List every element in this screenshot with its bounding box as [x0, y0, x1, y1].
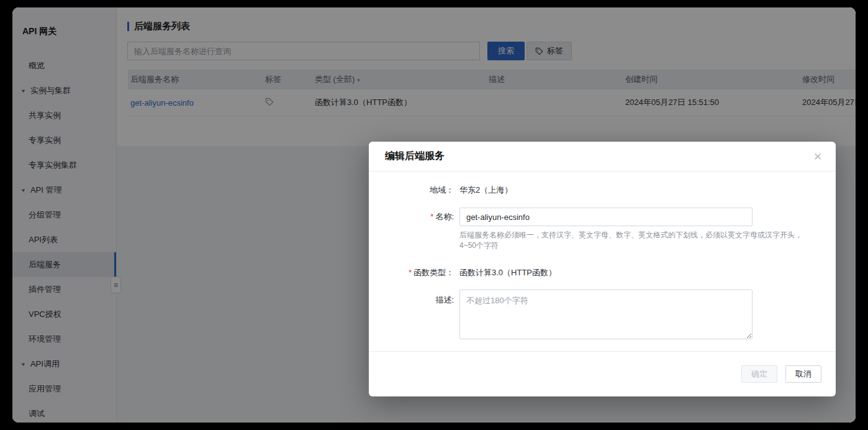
name-input[interactable] [459, 208, 753, 226]
required-asterisk: * [430, 212, 433, 221]
edit-backend-service-modal: 编辑后端服务 ✕ 地域： 华东2（上海） *名称: 后端服务名称必须唯一，支持汉… [369, 142, 836, 396]
required-asterisk: * [409, 268, 412, 277]
region-value: 华东2（上海） [459, 185, 512, 196]
cancel-button[interactable]: 取消 [785, 365, 821, 383]
app-window: API 网关 概览 ▼ 实例与集群 共享实例 专享实例 专享实例集群 ▼ API… [12, 7, 856, 423]
confirm-button[interactable]: 确定 [741, 365, 777, 383]
modal-title: 编辑后端服务 [385, 150, 445, 163]
description-textarea[interactable] [459, 290, 753, 339]
function-type-label: *函数类型： [369, 267, 459, 278]
name-help-text: 后端服务名称必须唯一，支持汉字、英文字母、数字、英文格式的下划线，必须以英文字母… [459, 230, 808, 251]
function-type-value: 函数计算3.0（HTTP函数） [459, 267, 556, 278]
region-label: 地域： [369, 185, 459, 196]
close-icon[interactable]: ✕ [810, 149, 826, 165]
description-label: 描述: [369, 290, 459, 306]
name-label: *名称: [369, 211, 459, 222]
